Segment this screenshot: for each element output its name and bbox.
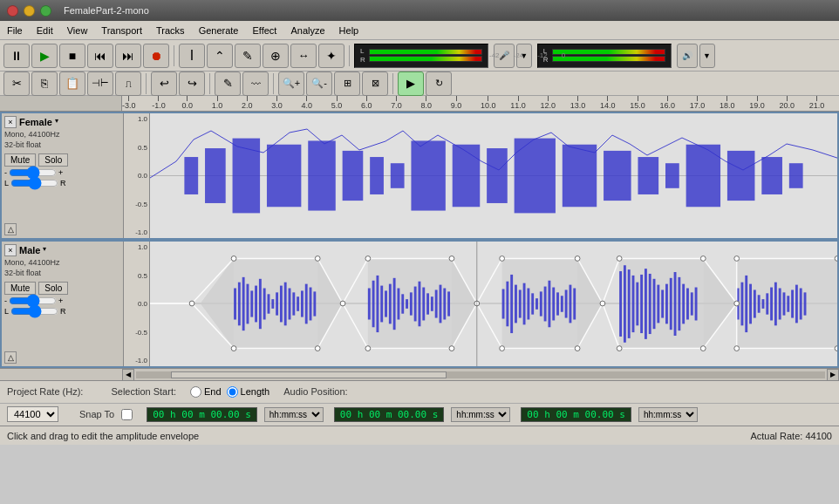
audio-position-format[interactable]: hh:mm:ss <box>638 407 698 422</box>
ruler-tick-3: 1.0 <box>212 96 223 110</box>
svg-rect-97 <box>640 275 643 333</box>
timeshift-tool[interactable]: ↔ <box>290 44 317 68</box>
output-meter-btn[interactable]: 🔊 <box>677 44 698 68</box>
svg-rect-120 <box>774 283 777 326</box>
pause-button[interactable]: ⏸ <box>3 44 30 68</box>
svg-rect-14 <box>563 145 597 208</box>
skip-end-button[interactable]: ⏭ <box>115 44 141 68</box>
end-length-format[interactable]: hh:mm:ss <box>451 407 510 422</box>
male-solo-button[interactable]: Solo <box>38 282 68 295</box>
redo-button[interactable]: ↪ <box>179 72 205 96</box>
length-radio[interactable] <box>227 386 238 398</box>
status-bar: Click and drag to edit the amplitude env… <box>0 426 839 445</box>
close-button[interactable] <box>7 5 18 17</box>
output-dropdown[interactable]: ▼ <box>699 44 715 68</box>
female-pan-slider[interactable] <box>10 179 58 187</box>
male-y-m1.0: -1.0 <box>126 357 147 364</box>
menu-help[interactable]: Help <box>332 21 366 39</box>
trim-button[interactable]: ⊣⊢ <box>87 72 113 96</box>
menu-generate[interactable]: Generate <box>192 21 246 39</box>
male-track-collapse[interactable]: △ <box>4 351 17 364</box>
menu-analyze[interactable]: Analyze <box>283 21 331 39</box>
undo-button[interactable]: ↩ <box>151 72 177 96</box>
selection-start-format[interactable]: hh:mm:ss <box>264 407 324 422</box>
male-pan-row: L R <box>4 307 120 316</box>
scroll-right-arrow[interactable]: ▶ <box>827 369 839 381</box>
zoom-fit-button[interactable]: ⊠ <box>362 72 388 96</box>
male-pan-slider[interactable] <box>10 307 58 316</box>
svg-rect-110 <box>695 288 698 321</box>
ruler-tick-19: 17.0 <box>690 96 706 110</box>
svg-rect-34 <box>234 289 236 320</box>
copy-button[interactable]: ⎘ <box>31 72 58 96</box>
svg-rect-103 <box>665 284 668 324</box>
zoom-tool[interactable]: ⊕ <box>263 44 289 68</box>
draw-pencil-button[interactable]: ✎ <box>215 72 241 96</box>
end-radio-label[interactable]: End <box>190 386 222 398</box>
scroll-left-arrow[interactable]: ◀ <box>122 369 134 381</box>
female-solo-button[interactable]: Solo <box>38 153 68 167</box>
snap-to-checkbox[interactable] <box>121 409 133 420</box>
menu-file[interactable]: File <box>0 21 30 39</box>
svg-rect-11 <box>453 145 481 208</box>
menu-transport[interactable]: Transport <box>94 21 149 39</box>
multi-tool[interactable]: ✦ <box>318 44 344 68</box>
menu-effect[interactable]: Effect <box>246 21 284 39</box>
loop-button[interactable]: ↻ <box>426 72 452 96</box>
minimize-button[interactable] <box>24 5 35 17</box>
svg-rect-15 <box>604 151 631 201</box>
play-button[interactable]: ▶ <box>31 44 58 68</box>
svg-rect-51 <box>305 284 308 324</box>
svg-point-150 <box>734 346 740 351</box>
play-at-speed-button[interactable]: ▶ <box>398 72 424 96</box>
svg-rect-112 <box>740 283 743 326</box>
female-track-close[interactable]: × <box>4 116 17 128</box>
female-track-collapse[interactable]: △ <box>4 223 17 235</box>
scroll-thumb[interactable] <box>171 371 447 378</box>
male-y-axis: 1.0 0.5 0.0 -0.5 -1.0 <box>124 242 150 366</box>
audio-position-time[interactable]: 00 h 00 m 00.00 s <box>521 407 631 422</box>
stop-button[interactable]: ■ <box>59 44 85 68</box>
svg-point-141 <box>575 256 580 262</box>
svg-rect-41 <box>263 289 266 320</box>
svg-point-151 <box>835 256 837 262</box>
menu-view[interactable]: View <box>60 21 95 39</box>
length-radio-label[interactable]: Length <box>227 386 270 398</box>
smooth-button[interactable]: 〰 <box>242 72 269 96</box>
paste-button[interactable]: 📋 <box>59 72 85 96</box>
envelope-tool[interactable]: ⌃ <box>207 44 233 68</box>
zoom-out-button[interactable]: 🔍- <box>306 72 332 96</box>
svg-rect-84 <box>544 287 547 322</box>
male-track-header: × Male ▾ <box>4 244 120 256</box>
female-mute-button[interactable]: Mute <box>4 153 36 167</box>
male-mute-button[interactable]: Mute <box>4 282 36 295</box>
menu-tracks[interactable]: Tracks <box>149 21 192 39</box>
male-track-dropdown[interactable]: ▾ <box>43 245 53 255</box>
tb2-sep4 <box>392 73 393 94</box>
tb2-sep3 <box>273 73 274 94</box>
selection-start-time[interactable]: 00 h 00 m 00.00 s <box>147 407 257 422</box>
time-ruler: -3.0-1.00.01.02.03.04.05.06.07.08.09.010… <box>0 96 839 112</box>
end-length-time[interactable]: 00 h 00 m 00.00 s <box>334 407 445 422</box>
end-radio[interactable] <box>190 386 201 398</box>
menu-edit[interactable]: Edit <box>30 21 60 39</box>
input-vu-bars <box>369 49 482 62</box>
maximize-button[interactable] <box>40 5 51 17</box>
project-rate-select[interactable]: 44100 22050 48000 <box>7 406 58 422</box>
zoom-sel-button[interactable]: ⊞ <box>334 72 360 96</box>
female-track-dropdown[interactable]: ▾ <box>55 117 65 127</box>
cut-button[interactable]: ✂ <box>3 72 30 96</box>
silence-button[interactable]: ⎍ <box>115 72 141 96</box>
record-button[interactable]: ⏺ <box>143 44 169 68</box>
scroll-track[interactable] <box>136 371 825 378</box>
male-track-close[interactable]: × <box>4 244 17 256</box>
zoom-in-button[interactable]: 🔍+ <box>278 72 304 96</box>
skip-start-button[interactable]: ⏮ <box>87 44 113 68</box>
svg-rect-81 <box>531 293 534 314</box>
svg-rect-93 <box>624 265 626 343</box>
svg-rect-65 <box>414 287 417 322</box>
draw-tool[interactable]: ✎ <box>235 44 261 68</box>
male-track-name: Male <box>19 245 40 255</box>
male-gain-minus: - <box>4 296 7 305</box>
ibeam-tool[interactable]: I <box>179 44 205 68</box>
